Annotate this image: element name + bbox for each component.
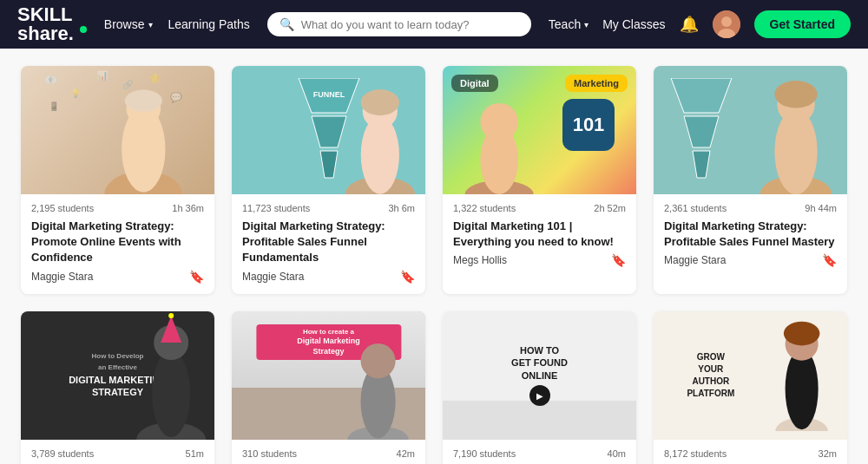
course-meta: 2,195 students 1h 36m — [31, 203, 204, 213]
svg-point-39 — [360, 343, 395, 378]
student-count: 3,789 students — [31, 448, 94, 459]
logo-dot — [80, 26, 87, 33]
svg-point-21 — [361, 89, 399, 115]
course-card[interactable]: 📧 💡 📊 🔗 ⭐ 📱 💬 — [21, 66, 214, 294]
student-count: 1,322 students — [453, 203, 516, 213]
course-meta: 11,723 students 3h 6m — [242, 203, 415, 213]
course-info: 2,195 students 1h 36m Digital Marketing … — [21, 194, 214, 294]
bookmark-button[interactable]: 🔖 — [822, 253, 837, 267]
course-meta: 310 students 42m — [242, 448, 415, 459]
bookmark-button[interactable]: 🔖 — [611, 253, 626, 267]
course-meta: 7,190 students 40m — [453, 448, 626, 459]
course-thumbnail: HOW TOGET FOUNDONLINE ▶ — [443, 311, 636, 440]
course-thumbnail: GROWYOURAUTHORPLATFORM — [654, 311, 847, 440]
svg-point-43 — [784, 321, 820, 345]
duration: 32m — [819, 448, 837, 459]
get-started-button[interactable]: Get Started — [754, 10, 851, 38]
student-count: 2,361 students — [664, 203, 727, 213]
student-count: 2,195 students — [31, 203, 94, 213]
svg-point-31 — [774, 81, 817, 108]
teach-chevron-icon: ▾ — [584, 20, 589, 29]
nav-links: Browse ▾ Learning Paths — [104, 17, 250, 31]
teach-link[interactable]: Teach ▾ — [549, 17, 589, 31]
svg-text:💡: 💡 — [70, 88, 82, 99]
course-grid-row1: 📧 💡 📊 🔗 ⭐ 📱 💬 — [21, 66, 847, 294]
course-card[interactable]: 2,361 students 9h 44m Digital Marketing … — [654, 66, 847, 294]
svg-point-24 — [480, 103, 518, 141]
duration: 51m — [186, 448, 204, 459]
notification-bell-icon[interactable]: 🔔 — [680, 15, 699, 34]
bookmark-button[interactable]: 🔖 — [189, 270, 204, 284]
student-count: 310 students — [242, 448, 297, 459]
course-info: 1,322 students 2h 52m Digital Marketing … — [443, 194, 636, 278]
search-bar: 🔍 — [267, 12, 531, 36]
course-thumbnail: How to Develop an Effective DIGITAL MARK… — [21, 311, 214, 440]
navbar: SKILL share. Browse ▾ Learning Paths 🔍 T… — [0, 0, 868, 49]
bookmark-button[interactable]: 🔖 — [400, 270, 415, 284]
svg-text:📱: 📱 — [49, 101, 60, 112]
logo-text: SKILL share. — [17, 5, 74, 43]
course-card[interactable]: Digital Marketing 101 1,322 studen — [443, 66, 636, 294]
svg-point-1 — [721, 16, 732, 27]
my-classes-link[interactable]: My Classes — [602, 17, 665, 31]
student-count: 8,172 students — [664, 448, 727, 459]
svg-point-41 — [785, 348, 818, 428]
course-title: Digital Marketing Strategy: Promote Onli… — [31, 219, 204, 266]
course-grid-row2: How to Develop an Effective DIGITAL MARK… — [21, 311, 847, 464]
course-author: Maggie Stara 🔖 — [31, 270, 204, 284]
course-thumbnail: How to create aDigital MarketingStrategy — [232, 311, 425, 440]
course-meta: 1,322 students 2h 52m — [453, 203, 626, 213]
course-thumbnail — [654, 66, 847, 194]
course-author: Maggie Stara 🔖 — [242, 270, 415, 284]
browse-chevron-icon: ▾ — [148, 20, 153, 29]
course-title: Digital Marketing Strategy: Profitable S… — [664, 219, 837, 250]
svg-text:📧: 📧 — [44, 73, 57, 86]
svg-point-13 — [125, 89, 162, 111]
duration: 40m — [608, 448, 626, 459]
course-info: 3,789 students 51m How to Develop an Eff… — [21, 440, 214, 464]
course-thumbnail: FUNNEL — [232, 66, 425, 194]
course-card[interactable]: How to Develop an Effective DIGITAL MARK… — [21, 311, 214, 464]
course-card[interactable]: FUNNEL 11,723 s — [232, 66, 425, 294]
course-info: 11,723 students 3h 6m Digital Marketing … — [232, 194, 425, 294]
course-meta: 8,172 students 32m — [664, 448, 837, 459]
duration: 1h 36m — [172, 203, 204, 213]
svg-marker-16 — [320, 151, 338, 178]
course-title: Digital Marketing 101 | Everything you n… — [453, 219, 626, 250]
course-card[interactable]: How to create aDigital MarketingStrategy… — [232, 311, 425, 464]
main-content: 📧 💡 📊 🔗 ⭐ 📱 💬 — [0, 49, 868, 464]
student-count: 7,190 students — [453, 448, 516, 459]
course-info: 7,190 students 40m How To Get Found Onli… — [443, 440, 636, 464]
svg-marker-25 — [671, 78, 732, 113]
course-author: Megs Hollis 🔖 — [453, 253, 626, 267]
course-meta: 3,789 students 51m — [31, 448, 204, 459]
svg-marker-26 — [684, 116, 719, 147]
svg-marker-27 — [693, 151, 710, 178]
student-count: 11,723 students — [242, 203, 310, 213]
search-input[interactable] — [301, 18, 519, 31]
duration: 9h 44m — [805, 203, 837, 213]
course-card[interactable]: HOW TOGET FOUNDONLINE ▶ 7,190 students 4… — [443, 311, 636, 464]
avatar[interactable] — [713, 10, 740, 38]
search-icon: 🔍 — [279, 17, 294, 31]
svg-point-33 — [152, 350, 190, 437]
duration: 2h 52m — [594, 203, 626, 213]
svg-point-36 — [168, 313, 174, 318]
course-info: 8,172 students 32m Digital Marketing for… — [654, 440, 847, 464]
nav-right: Teach ▾ My Classes 🔔 Get Started — [549, 10, 851, 38]
logo[interactable]: SKILL share. — [17, 5, 87, 43]
course-thumbnail: Digital Marketing 101 — [443, 66, 636, 194]
course-title: Digital Marketing Strategy: Profitable S… — [242, 219, 415, 266]
browse-link[interactable]: Browse ▾ — [104, 17, 153, 31]
course-author: Maggie Stara 🔖 — [664, 253, 837, 267]
course-meta: 2,361 students 9h 44m — [664, 203, 837, 213]
course-thumbnail: 📧 💡 📊 🔗 ⭐ 📱 💬 — [21, 66, 214, 194]
duration: 42m — [397, 448, 415, 459]
course-info: 310 students 42m How to Create a Digital… — [232, 440, 425, 464]
course-info: 2,361 students 9h 44m Digital Marketing … — [654, 194, 847, 278]
duration: 3h 6m — [388, 203, 415, 213]
learning-paths-link[interactable]: Learning Paths — [168, 17, 250, 31]
course-card[interactable]: GROWYOURAUTHORPLATFORM 8,172 students — [654, 311, 847, 464]
